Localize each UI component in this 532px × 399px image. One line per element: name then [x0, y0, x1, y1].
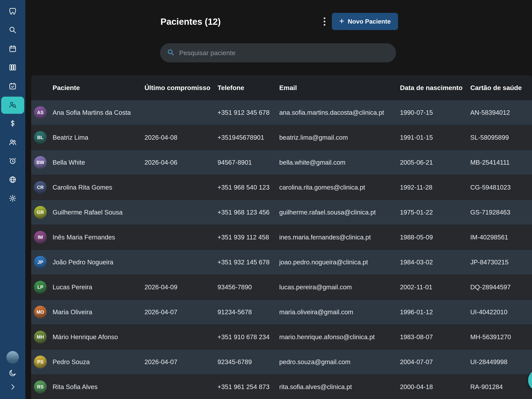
column-header-last-appointment: Último compromisso: [145, 84, 217, 91]
main-content: Pacientes (12) + Novo Paciente PacienteÚ…: [25, 0, 532, 399]
patient-name: Beatriz Lima: [53, 134, 88, 141]
patient-name: Pedro Souza: [53, 358, 90, 366]
email: pedro.souza@gmail.com: [279, 358, 400, 366]
patient-search-input[interactable]: [179, 49, 389, 57]
birth-date: 1975-01-22: [400, 209, 470, 216]
email: maria.oliveira@gmail.com: [279, 309, 400, 316]
sidebar-item-appointments[interactable]: [1, 78, 24, 95]
column-header-birth-date: Data de nascimento: [400, 84, 470, 91]
patient-cell: ASAna Sofia Martins da Costa: [31, 106, 145, 119]
patient-avatar: CR: [34, 181, 47, 194]
alarm-clock-icon: [9, 157, 17, 166]
health-card: UI-40422010: [470, 309, 532, 316]
gear-icon: [9, 194, 17, 203]
health-card: IM-40298561: [470, 234, 532, 241]
patient-cell: BWBella White: [31, 156, 145, 169]
birth-date: 2004-07-07: [400, 358, 470, 366]
table-row[interactable]: ASAna Sofia Martins da Costa+351 912 345…: [31, 100, 532, 125]
table-row[interactable]: BWBella White2026-04-0694567-8901bella.w…: [31, 150, 532, 175]
birth-date: 1983-08-07: [400, 333, 470, 341]
patient-search-icon: [9, 101, 17, 110]
calendar-icon: [9, 45, 17, 54]
phone: 92345-6789: [217, 358, 279, 366]
sidebar-item-calendar[interactable]: [1, 40, 24, 58]
birth-date: 2000-04-18: [400, 383, 470, 391]
health-card: CG-59481023: [470, 184, 532, 191]
birth-date: 1992-11-28: [400, 184, 470, 191]
table-row[interactable]: RSRita Sofia Alves+351 961 254 873rita.s…: [31, 374, 532, 399]
patient-name: Inês Maria Fernandes: [53, 234, 115, 241]
birth-date: 1988-05-09: [400, 234, 470, 241]
table-body: ASAna Sofia Martins da Costa+351 912 345…: [31, 100, 532, 399]
sidebar-item-logo[interactable]: [1, 3, 24, 20]
table-row[interactable]: LPLucas Pereira2026-04-0993456-7890lucas…: [31, 275, 532, 300]
patient-avatar: BW: [34, 156, 47, 169]
patient-avatar: JP: [34, 256, 47, 269]
sidebar-item-patients[interactable]: [1, 97, 24, 114]
patient-avatar: PS: [34, 355, 47, 368]
patient-avatar: GR: [34, 206, 47, 219]
table-row[interactable]: BLBeatriz Lima2026-04-08+351945678901bea…: [31, 125, 532, 150]
birth-date: 1990-07-15: [400, 109, 470, 116]
patient-name: Rita Sofia Alves: [53, 383, 98, 391]
table-row[interactable]: MHMário Henrique Afonso+351 910 678 234m…: [31, 325, 532, 349]
email: ana.sofia.martins.dacosta@clinica.pt: [279, 109, 400, 116]
board-columns-icon: [9, 63, 17, 72]
patient-search-bar: [160, 43, 396, 62]
sidebar-item-search[interactable]: [1, 22, 24, 39]
health-card: JP-84730215: [470, 258, 532, 266]
app-window: Pacientes (12) + Novo Paciente PacienteÚ…: [0, 0, 532, 399]
last-appointment: 2026-04-09: [145, 283, 217, 291]
birth-date: 1991-01-15: [400, 134, 470, 141]
table-row[interactable]: MOMaria Oliveira2026-04-0791234-5678mari…: [31, 300, 532, 325]
search-icon: [9, 26, 17, 35]
more-options-button[interactable]: [321, 15, 328, 28]
health-card: MH-56391270: [470, 333, 532, 341]
sidebar-item-team[interactable]: [1, 134, 24, 151]
team-icon: [9, 138, 17, 147]
table-row[interactable]: JPJoão Pedro Nogueira+351 932 145 678joa…: [31, 250, 532, 275]
table-row[interactable]: IMInês Maria Fernandes+351 939 112 458in…: [31, 225, 532, 250]
patient-cell: CRCarolina Rita Gomes: [31, 181, 145, 194]
email: rita.sofia.alves@clinica.pt: [279, 383, 400, 391]
sidebar-item-board[interactable]: [1, 59, 24, 76]
last-appointment: 2026-04-07: [145, 358, 217, 366]
health-card: SL-58095899: [470, 134, 532, 141]
sidebar-item-billing[interactable]: [1, 115, 24, 133]
patient-cell: MOMaria Oliveira: [31, 306, 145, 319]
dark-mode-toggle[interactable]: [9, 369, 17, 378]
table-row[interactable]: CRCarolina Rita Gomes+351 968 540 123car…: [31, 175, 532, 200]
birth-date: 2005-06-21: [400, 159, 470, 166]
dollar-icon: [9, 119, 17, 129]
phone: +351 910 678 234: [217, 333, 279, 341]
table-row[interactable]: PSPedro Souza2026-04-0792345-6789pedro.s…: [31, 349, 532, 374]
patient-name: Bella White: [53, 159, 85, 166]
sidebar-item-web[interactable]: [1, 171, 24, 189]
table-row[interactable]: GRGuilherme Rafael Sousa+351 968 123 456…: [31, 200, 532, 225]
last-appointment: 2026-04-07: [145, 309, 217, 316]
patient-name: Maria Oliveira: [53, 309, 92, 316]
search-icon: [167, 49, 174, 57]
patient-avatar: IM: [34, 231, 47, 244]
phone: +351 968 540 123: [217, 184, 279, 191]
patient-cell: IMInês Maria Fernandes: [31, 231, 145, 244]
health-card: DQ-28944597: [470, 283, 532, 291]
phone: +351 912 345 678: [217, 109, 279, 116]
table-header-row: PacienteÚltimo compromissoTelefoneEmailD…: [31, 75, 532, 100]
phone: +351 968 123 456: [217, 209, 279, 216]
user-avatar[interactable]: [6, 351, 19, 364]
health-card: AN-58394012: [470, 109, 532, 116]
plus-icon: +: [339, 17, 344, 25]
sidebar-footer: [0, 351, 25, 392]
new-patient-button[interactable]: + Novo Paciente: [332, 13, 398, 30]
phone: +351 939 112 458: [217, 234, 279, 241]
email: guilherme.rafael.sousa@clinica.pt: [279, 209, 400, 216]
phone: 93456-7890: [217, 283, 279, 291]
sidebar-item-settings[interactable]: [1, 190, 24, 207]
patient-avatar: AS: [34, 106, 47, 119]
email: ines.maria.fernandes@clinica.pt: [279, 234, 400, 241]
email: bella.white@gmail.com: [279, 159, 400, 166]
collapse-sidebar-button[interactable]: [9, 383, 17, 392]
health-card: MB-25414111: [470, 159, 532, 166]
sidebar-item-reminders[interactable]: [1, 153, 24, 170]
